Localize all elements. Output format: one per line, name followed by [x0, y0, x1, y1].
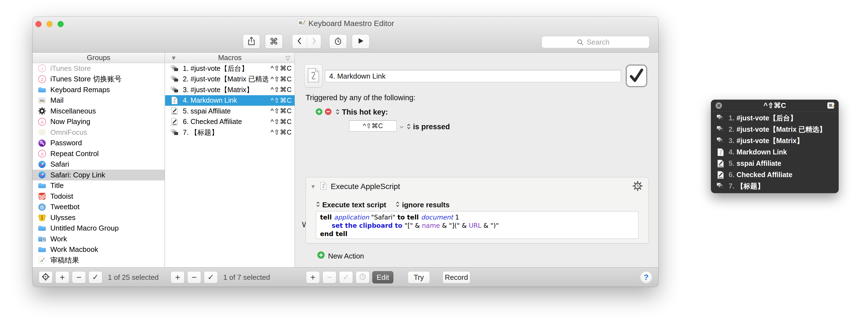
triggered-by-label: Triggered by any of the following:: [306, 94, 415, 102]
macros-header[interactable]: ▼ Macros ▽: [165, 53, 294, 63]
macro-enabled-checkbox[interactable]: [626, 64, 647, 87]
question-mark-icon: ?: [644, 273, 648, 282]
group-row[interactable]: Safari: Copy Link: [33, 170, 164, 180]
macro-row[interactable]: 6. Checked Affiliate^⇧⌘C: [165, 117, 294, 127]
palette-item-label: #just-vote【Matrix】: [737, 136, 804, 145]
group-row[interactable]: ♫iTunes Store 切换账号: [33, 74, 164, 85]
recent-button[interactable]: [329, 34, 347, 49]
macro-icon-button[interactable]: [304, 64, 322, 87]
group-actions-button[interactable]: [39, 271, 53, 283]
palette-item[interactable]: 1.#just-vote【后台】: [711, 112, 839, 124]
group-label: iTunes Store 切换账号: [50, 74, 122, 84]
palette-item[interactable]: 6.Checked Affiliate: [711, 169, 839, 180]
omnifocus-icon: [37, 128, 47, 137]
palette-item-number: 4.: [728, 148, 735, 156]
palette-item[interactable]: 2.#just-vote【Matrix 已精选】: [711, 124, 839, 135]
macro-row[interactable]: 3. #just-vote【Matrix】^⇧⌘C: [165, 84, 294, 95]
group-row[interactable]: Work Macbook: [33, 244, 164, 255]
edit-button[interactable]: Edit: [372, 271, 393, 283]
hotkey-dropdown-icon[interactable]: [399, 124, 404, 129]
macro-name-field[interactable]: 4. Markdown Link: [325, 70, 621, 82]
add-macro-button[interactable]: +: [170, 271, 185, 283]
group-row[interactable]: ♫iTunes Store: [33, 63, 164, 74]
palette-close-icon[interactable]: [715, 102, 722, 111]
macro-row[interactable]: 2. #just-vote【Matrix 已精选】^⇧⌘C: [165, 74, 294, 85]
search-input[interactable]: [542, 36, 649, 48]
action-timing-button[interactable]: [356, 271, 370, 283]
palette-item[interactable]: 5.sspai Affiliate: [711, 158, 839, 169]
group-row[interactable]: ♫Now Playing: [33, 117, 164, 127]
filter-triangle-icon[interactable]: ▽: [285, 53, 290, 62]
group-row[interactable]: Work: [33, 234, 164, 244]
palette-title-bar[interactable]: ^⇧⌘C ⌘: [711, 100, 839, 112]
group-row[interactable]: Untitled Macro Group: [33, 223, 164, 234]
record-button[interactable]: Record: [442, 271, 470, 283]
toggle-group-enable-button[interactable]: ✓: [89, 271, 102, 283]
svg-text:♫: ♫: [40, 151, 44, 156]
group-row[interactable]: Ulysses: [33, 212, 164, 223]
new-action-row[interactable]: New Action: [317, 251, 364, 261]
palette-item[interactable]: 3.#just-vote【Matrix】: [711, 135, 839, 146]
pressed-popup[interactable]: is pressed: [407, 123, 450, 131]
workflow-page-icon: [169, 118, 180, 126]
hotkey-input[interactable]: ^⇧⌘C: [349, 120, 397, 131]
group-row[interactable]: Safari: [33, 159, 164, 170]
group-row[interactable]: OmniFocus: [33, 127, 164, 138]
group-row[interactable]: Miscellaneous: [33, 106, 164, 117]
palette-item[interactable]: 4.Markdown Link: [711, 146, 839, 158]
groups-header[interactable]: Groups: [33, 53, 164, 63]
folder-icon: [37, 246, 47, 253]
group-row[interactable]: Keyboard Remaps: [33, 84, 164, 95]
help-button[interactable]: ?: [640, 271, 652, 283]
action-gear-button[interactable]: [632, 181, 643, 192]
group-label: Mail: [50, 96, 64, 104]
macro-name-value: 4. Markdown Link: [329, 72, 385, 81]
palette-item[interactable]: 7.【标题】: [711, 180, 839, 192]
palette-item-label: Markdown Link: [737, 148, 787, 156]
itunes-icon: ♫: [37, 118, 47, 126]
script-source-popup[interactable]: Execute text script: [316, 201, 386, 209]
toggle-macro-enable-button[interactable]: ✓: [204, 271, 218, 283]
window-title-row: ⌘ Keyboard Maestro Editor: [33, 17, 658, 30]
add-trigger-button[interactable]: [316, 108, 322, 116]
palette-item-label: 【标题】: [737, 182, 764, 191]
clock-icon: [334, 36, 342, 47]
group-row[interactable]: s审稿结果: [33, 255, 164, 266]
add-group-button[interactable]: +: [55, 271, 69, 283]
applescript-icon: [320, 182, 327, 191]
results-popup[interactable]: ignore results: [396, 201, 450, 209]
command-palette-button[interactable]: ⌘: [265, 34, 283, 49]
group-row[interactable]: Password: [33, 138, 164, 149]
remove-trigger-button[interactable]: [325, 108, 332, 116]
remove-macro-button[interactable]: −: [187, 271, 201, 283]
toggle-action-enable-button[interactable]: ✓: [339, 271, 353, 283]
macro-row[interactable]: 4. Markdown Link^⇧⌘C: [165, 95, 294, 106]
macro-row[interactable]: 7. 【标题】^⇧⌘C: [165, 127, 294, 138]
action-title: Execute AppleScript: [331, 182, 400, 191]
macro-row[interactable]: 5. sspai Affiliate^⇧⌘C: [165, 106, 294, 117]
try-button[interactable]: Try: [408, 271, 430, 283]
trigger-type-popup-icon[interactable]: [336, 109, 340, 116]
share-icon: [247, 36, 256, 47]
group-row[interactable]: Todoist: [33, 191, 164, 202]
group-row[interactable]: ♫Repeat Control: [33, 148, 164, 159]
remove-action-button[interactable]: −: [322, 271, 336, 283]
applescript-editor[interactable]: tell application "Safari" to tell docume…: [316, 211, 639, 239]
group-row[interactable]: Tweetbot: [33, 202, 164, 213]
group-row[interactable]: Mail: [33, 95, 164, 106]
share-button[interactable]: [243, 34, 260, 49]
group-label: Ulysses: [50, 213, 75, 222]
macro-label: 6. Checked Affiliate: [183, 118, 268, 126]
back-button[interactable]: [292, 35, 307, 49]
group-row[interactable]: Title: [33, 180, 164, 191]
disclosure-triangle-icon[interactable]: ▼: [310, 183, 316, 190]
add-action-button[interactable]: +: [306, 271, 320, 283]
remove-group-button[interactable]: −: [72, 271, 86, 283]
forward-button[interactable]: [307, 35, 321, 49]
run-macro-button[interactable]: [352, 34, 370, 49]
macro-row[interactable]: 1. #just-vote【后台】^⇧⌘C: [165, 63, 294, 74]
pressed-label: is pressed: [413, 123, 450, 131]
group-label: 审稿结果: [50, 255, 79, 265]
folder-icon: [37, 87, 47, 93]
sort-triangle-icon[interactable]: ▼: [170, 53, 177, 62]
